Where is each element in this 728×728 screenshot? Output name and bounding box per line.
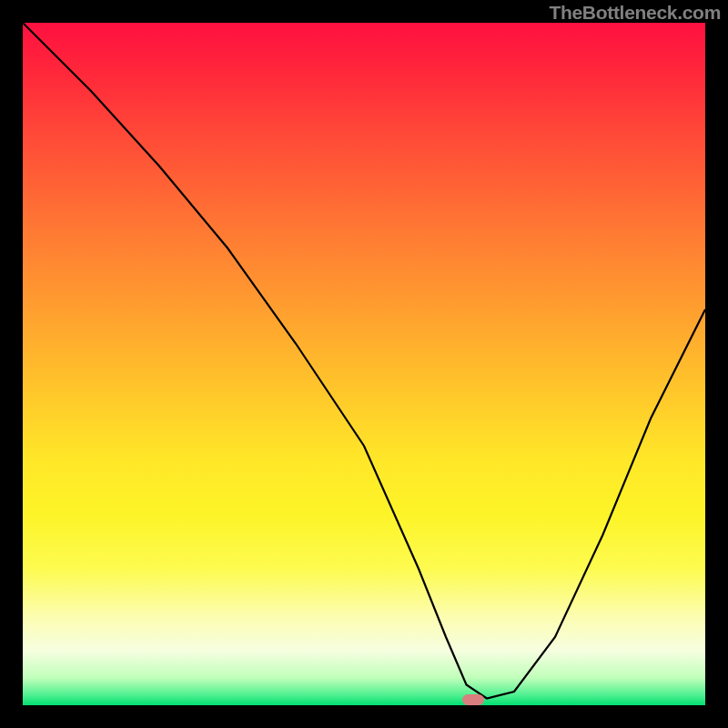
curve-layer — [23, 23, 705, 705]
plot-area — [23, 23, 705, 705]
optimal-point-marker — [462, 694, 484, 705]
bottleneck-chart: TheBottleneck.com — [0, 0, 728, 728]
bottleneck-curve-path — [23, 23, 705, 699]
watermark-text: TheBottleneck.com — [549, 2, 721, 24]
